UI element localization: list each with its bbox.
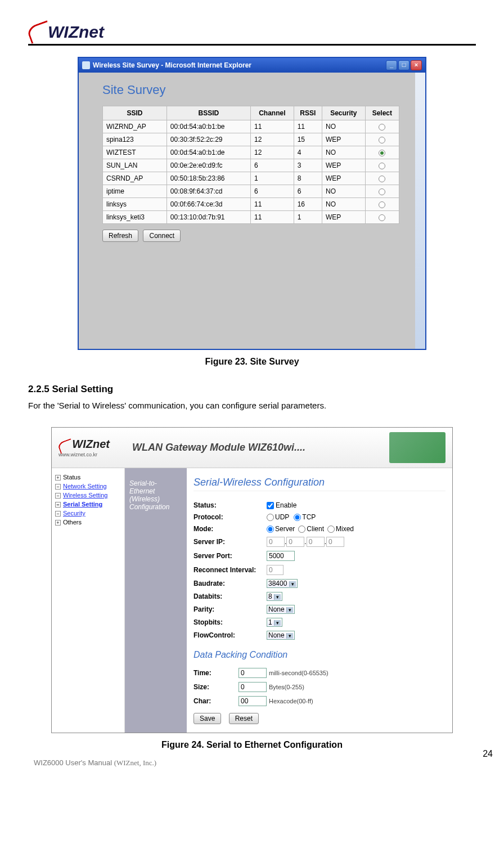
expand-icon[interactable]: −: [55, 502, 61, 508]
time-hint: milli-second(0-65535): [269, 670, 328, 676]
protocol-udp-radio[interactable]: [267, 514, 274, 521]
cell-rssi: 8: [294, 172, 322, 185]
expand-icon[interactable]: +: [55, 520, 61, 526]
expand-icon[interactable]: −: [55, 493, 61, 499]
select-cell[interactable]: [365, 211, 399, 224]
cell-channel: 6: [251, 159, 294, 172]
select-radio[interactable]: [379, 176, 385, 182]
flow-label: FlowControl:: [194, 631, 267, 639]
mode-mixed-text: Mixed: [336, 525, 354, 533]
footer-company: (WIZnet, Inc.): [114, 758, 156, 767]
cell-rssi: 1: [294, 211, 322, 224]
nav-item-wireless-setting[interactable]: −Wireless Setting: [55, 491, 121, 500]
stopbits-select[interactable]: 1 ▾: [267, 618, 282, 627]
select-radio[interactable]: [379, 137, 385, 143]
select-radio[interactable]: [379, 214, 385, 221]
cell-rssi: 16: [294, 198, 322, 211]
site-survey-heading: Site Survey: [102, 83, 399, 97]
reconnect-input[interactable]: [267, 565, 284, 575]
flow-select[interactable]: None ▾: [267, 631, 295, 640]
status-checkbox[interactable]: [267, 502, 274, 509]
nav-item-network-setting[interactable]: −Network Setting: [55, 482, 121, 491]
config-logo: WIZnet: [72, 438, 110, 450]
protocol-label: Protocol:: [194, 513, 267, 521]
mode-client-radio[interactable]: [298, 526, 305, 533]
connect-button[interactable]: Connect: [143, 230, 181, 242]
time-label: Time:: [194, 669, 238, 677]
nav-item-status[interactable]: +Status: [55, 473, 121, 482]
ip-octet-3[interactable]: [307, 537, 325, 547]
cell-bssid: 00:0e:2e:e0:d9:fc: [166, 159, 250, 172]
cell-bssid: 00:0d:54:a0:b1:be: [166, 120, 250, 133]
select-radio[interactable]: [379, 188, 385, 195]
maximize-button[interactable]: □: [398, 60, 410, 70]
cell-bssid: 00:0f:66:74:ce:3d: [166, 198, 250, 211]
section-heading: 2.2.5 Serial Setting: [28, 384, 476, 395]
cell-rssi: 15: [294, 133, 322, 146]
select-radio[interactable]: [379, 150, 385, 156]
baudrate-select[interactable]: 38400 ▾: [267, 579, 298, 588]
col-bssid: BSSID: [166, 106, 250, 120]
protocol-tcp-radio[interactable]: [294, 514, 301, 521]
select-cell[interactable]: [365, 159, 399, 172]
select-cell[interactable]: [365, 172, 399, 185]
minimize-button[interactable]: _: [386, 60, 397, 70]
close-button[interactable]: ×: [411, 60, 422, 70]
col-security: Security: [322, 106, 365, 120]
select-radio[interactable]: [379, 201, 385, 208]
mode-server-radio[interactable]: [267, 526, 274, 533]
char-input[interactable]: [238, 696, 267, 706]
char-hint: Hexacode(00-ff): [269, 698, 313, 704]
ip-octet-4[interactable]: [326, 537, 344, 547]
refresh-button[interactable]: Refresh: [102, 230, 138, 242]
col-select: Select: [365, 106, 399, 120]
reconnect-label: Reconnect Interval:: [194, 566, 267, 574]
serverport-input[interactable]: [267, 551, 295, 561]
expand-icon[interactable]: −: [55, 511, 61, 517]
mode-mixed-radio[interactable]: [327, 526, 335, 533]
packing-heading: Data Packing Condition: [194, 650, 446, 660]
select-radio[interactable]: [379, 124, 385, 131]
vertical-scrollbar[interactable]: [415, 73, 425, 349]
size-input[interactable]: [238, 682, 267, 692]
cell-security: NO: [322, 120, 365, 133]
ip-octet-2[interactable]: [286, 537, 304, 547]
nav-item-serial-setting[interactable]: −Serial Setting: [55, 500, 121, 509]
reset-button[interactable]: Reset: [229, 713, 259, 724]
page-number: 24: [483, 749, 493, 759]
cell-bssid: 00:50:18:5b:23:86: [166, 172, 250, 185]
cell-security: WEP: [322, 159, 365, 172]
figure-24-caption: Figure 24. Serial to Ethernet Configurat…: [28, 740, 476, 750]
select-cell[interactable]: [365, 120, 399, 133]
cell-ssid: SUN_LAN: [103, 159, 167, 172]
cell-ssid: CSRND_AP: [103, 172, 167, 185]
table-row: WIZRND_AP00:0d:54:a0:b1:be1111NO: [103, 120, 399, 133]
expand-icon[interactable]: +: [55, 475, 61, 481]
protocol-udp-text: UDP: [275, 513, 289, 521]
select-cell[interactable]: [365, 198, 399, 211]
nav-item-security[interactable]: −Security: [55, 509, 121, 518]
time-input[interactable]: [238, 668, 267, 678]
pcb-image: [389, 432, 446, 463]
mode-server-text: Server: [275, 525, 295, 533]
config-url: www.wiznet.co.kr: [58, 452, 110, 457]
serverip-label: Server IP:: [194, 538, 267, 546]
table-row: spina12300:30:3f:52:2c:291215WEP: [103, 133, 399, 146]
select-radio[interactable]: [379, 163, 385, 169]
cell-security: NO: [322, 185, 365, 198]
window-title: Wireless Site Survey - Microsoft Interne…: [93, 61, 386, 69]
expand-icon[interactable]: −: [55, 484, 61, 490]
databits-select[interactable]: 8 ▾: [267, 592, 282, 601]
select-cell[interactable]: [365, 146, 399, 159]
nav-item-others[interactable]: +Others: [55, 518, 121, 527]
serverport-label: Server Port:: [194, 552, 267, 560]
parity-select[interactable]: None ▾: [267, 605, 295, 614]
select-cell[interactable]: [365, 185, 399, 198]
cell-ssid: WIZRND_AP: [103, 120, 167, 133]
save-button[interactable]: Save: [194, 713, 221, 724]
table-row: linksys_keti300:13:10:0d:7b:91111WEP: [103, 211, 399, 224]
select-cell[interactable]: [365, 133, 399, 146]
size-label: Size:: [194, 683, 238, 691]
ip-octet-1[interactable]: [267, 537, 285, 547]
config-mid-label: Serial-to-Ethernet (Wireless) Configurat…: [125, 468, 187, 733]
